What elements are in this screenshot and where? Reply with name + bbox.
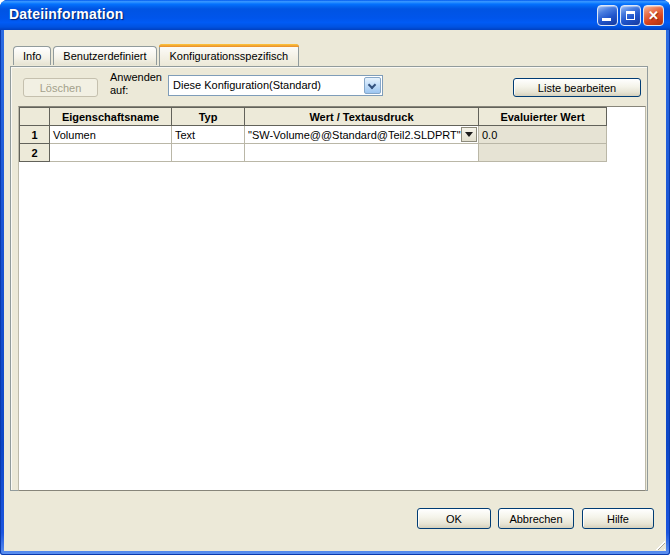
minimize-button[interactable]	[597, 5, 618, 26]
triangle-down-icon	[465, 132, 473, 137]
header-typ: Typ	[172, 108, 245, 126]
property-type-cell[interactable]: Text	[172, 126, 245, 144]
header-wert-textausdruck: Wert / Textausdruck	[245, 108, 479, 126]
apply-to-label: Anwenden auf:	[110, 71, 172, 97]
caption-buttons: ✕	[597, 5, 664, 26]
row-number-cell[interactable]: 2	[20, 144, 50, 162]
delete-button[interactable]: Löschen	[23, 78, 98, 97]
header-eigenschaftsname: Eigenschaftsname	[50, 108, 172, 126]
evaluated-value-cell	[479, 144, 607, 162]
table-row: 2	[20, 144, 607, 162]
header-evaluierter-wert: Evaluierter Wert	[479, 108, 607, 126]
configuration-select-value: Diese Konfiguration(Standard)	[173, 76, 321, 95]
property-value-cell[interactable]	[245, 144, 479, 162]
title-bar[interactable]: Dateiinformation ✕	[0, 0, 670, 30]
ok-button[interactable]: OK	[417, 508, 491, 529]
property-table: Eigenschaftsname Typ Wert / Textausdruck…	[19, 107, 607, 162]
close-icon: ✕	[644, 6, 663, 25]
dialog-client-area: Info Benutzerdefiniert Konfigurationsspe…	[4, 30, 666, 551]
tab-strip: Info Benutzerdefiniert Konfigurationsspe…	[13, 44, 299, 65]
tab-page-konfigurationsspezifisch: Löschen Anwenden auf: Diese Konfiguratio…	[10, 66, 648, 491]
help-button[interactable]: Hilfe	[582, 508, 654, 529]
table-row: 1 Volumen Text "SW-Volume@@Standard@Teil…	[20, 126, 607, 144]
value-dropdown-button[interactable]	[461, 127, 477, 142]
dialog-window: Dateiinformation ✕ Info Benutzerdefinier…	[0, 0, 670, 555]
chevron-down-icon	[368, 81, 376, 89]
tab-konfigurationsspezifisch[interactable]: Konfigurationsspezifisch	[159, 44, 300, 66]
minimize-icon	[602, 18, 611, 21]
table-header-row: Eigenschaftsname Typ Wert / Textausdruck…	[20, 108, 607, 126]
row-number-cell[interactable]: 1	[20, 126, 50, 144]
maximize-icon	[626, 11, 635, 20]
property-grid: Eigenschaftsname Typ Wert / Textausdruck…	[18, 106, 646, 491]
property-name-cell[interactable]: Volumen	[50, 126, 172, 144]
maximize-button[interactable]	[620, 5, 641, 26]
resize-grip[interactable]	[652, 537, 665, 550]
property-type-cell[interactable]	[172, 144, 245, 162]
tab-benutzerdefiniert[interactable]: Benutzerdefiniert	[53, 46, 156, 65]
close-button[interactable]: ✕	[643, 5, 664, 26]
window-title: Dateiinformation	[9, 6, 123, 22]
corner-header-cell	[20, 108, 50, 126]
evaluated-value-cell: 0.0	[479, 126, 607, 144]
edit-list-button[interactable]: Liste bearbeiten	[513, 78, 641, 97]
cancel-button[interactable]: Abbrechen	[498, 508, 574, 529]
property-value-text: "SW-Volume@@Standard@Teil2.SLDPRT"	[248, 129, 461, 141]
tab-info[interactable]: Info	[13, 46, 51, 65]
configuration-select[interactable]: Diese Konfiguration(Standard)	[168, 75, 383, 96]
property-value-cell[interactable]: "SW-Volume@@Standard@Teil2.SLDPRT"	[245, 126, 479, 144]
property-name-cell[interactable]	[50, 144, 172, 162]
combo-dropdown-button[interactable]	[364, 77, 381, 94]
